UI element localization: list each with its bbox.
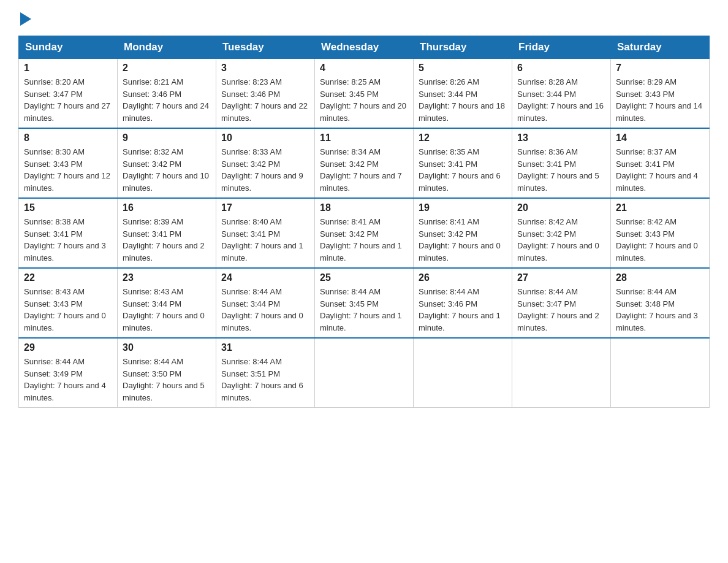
day-number: 28 [616,272,704,283]
col-header-sunday: Sunday [19,36,118,59]
day-cell: 22Sunrise: 8:43 AMSunset: 3:43 PMDayligh… [19,268,118,338]
day-cell: 25Sunrise: 8:44 AMSunset: 3:45 PMDayligh… [315,268,414,338]
day-number: 20 [517,202,605,213]
day-cell: 17Sunrise: 8:40 AMSunset: 3:41 PMDayligh… [216,198,315,268]
day-info: Sunrise: 8:39 AMSunset: 3:41 PMDaylight:… [123,216,211,264]
col-header-tuesday: Tuesday [216,36,315,59]
day-cell: 19Sunrise: 8:41 AMSunset: 3:42 PMDayligh… [414,198,512,268]
day-info: Sunrise: 8:26 AMSunset: 3:44 PMDaylight:… [419,76,507,124]
day-number: 30 [123,342,211,353]
calendar-table: SundayMondayTuesdayWednesdayThursdayFrid… [18,36,710,408]
day-number: 15 [24,202,112,213]
day-cell: 24Sunrise: 8:44 AMSunset: 3:44 PMDayligh… [216,268,315,338]
week-row-3: 15Sunrise: 8:38 AMSunset: 3:41 PMDayligh… [19,198,710,268]
day-number: 12 [419,132,507,144]
day-number: 16 [123,202,211,213]
day-number: 3 [221,63,309,74]
day-cell [611,338,710,408]
day-cell: 16Sunrise: 8:39 AMSunset: 3:41 PMDayligh… [118,198,216,268]
day-info: Sunrise: 8:38 AMSunset: 3:41 PMDaylight:… [24,216,112,264]
day-number: 13 [517,132,605,144]
day-number: 25 [320,272,408,283]
day-info: Sunrise: 8:23 AMSunset: 3:46 PMDaylight:… [221,76,309,124]
calendar-header-row: SundayMondayTuesdayWednesdayThursdayFrid… [19,36,710,59]
day-number: 11 [320,132,408,144]
day-cell: 14Sunrise: 8:37 AMSunset: 3:41 PMDayligh… [611,128,710,198]
day-number: 9 [123,132,211,144]
day-info: Sunrise: 8:30 AMSunset: 3:43 PMDaylight:… [24,146,112,194]
day-number: 31 [221,342,309,353]
day-cell: 18Sunrise: 8:41 AMSunset: 3:42 PMDayligh… [315,198,414,268]
col-header-friday: Friday [512,36,611,59]
day-info: Sunrise: 8:43 AMSunset: 3:44 PMDaylight:… [123,286,211,334]
day-info: Sunrise: 8:41 AMSunset: 3:42 PMDaylight:… [419,216,507,264]
col-header-saturday: Saturday [611,36,710,59]
day-cell [414,338,512,408]
day-info: Sunrise: 8:33 AMSunset: 3:42 PMDaylight:… [221,146,309,194]
day-info: Sunrise: 8:43 AMSunset: 3:43 PMDaylight:… [24,286,112,334]
week-row-4: 22Sunrise: 8:43 AMSunset: 3:43 PMDayligh… [19,268,710,338]
day-info: Sunrise: 8:44 AMSunset: 3:44 PMDaylight:… [221,286,309,334]
day-cell: 27Sunrise: 8:44 AMSunset: 3:47 PMDayligh… [512,268,611,338]
day-number: 17 [221,202,309,213]
day-info: Sunrise: 8:25 AMSunset: 3:45 PMDaylight:… [320,76,408,124]
day-info: Sunrise: 8:34 AMSunset: 3:42 PMDaylight:… [320,146,408,194]
day-number: 18 [320,202,408,213]
day-info: Sunrise: 8:32 AMSunset: 3:42 PMDaylight:… [123,146,211,194]
day-number: 2 [123,63,211,74]
day-number: 14 [616,132,704,144]
col-header-wednesday: Wednesday [315,36,414,59]
day-cell: 7Sunrise: 8:29 AMSunset: 3:43 PMDaylight… [611,59,710,129]
day-cell: 13Sunrise: 8:36 AMSunset: 3:41 PMDayligh… [512,128,611,198]
day-cell [315,338,414,408]
day-number: 1 [24,63,112,74]
day-info: Sunrise: 8:40 AMSunset: 3:41 PMDaylight:… [221,216,309,264]
day-cell: 30Sunrise: 8:44 AMSunset: 3:50 PMDayligh… [118,338,216,408]
day-cell: 1Sunrise: 8:20 AMSunset: 3:47 PMDaylight… [19,59,118,129]
day-cell: 28Sunrise: 8:44 AMSunset: 3:48 PMDayligh… [611,268,710,338]
week-row-1: 1Sunrise: 8:20 AMSunset: 3:47 PMDaylight… [19,59,710,129]
logo-arrow-icon [20,12,31,26]
day-info: Sunrise: 8:20 AMSunset: 3:47 PMDaylight:… [24,76,112,124]
day-number: 22 [24,272,112,283]
day-cell: 3Sunrise: 8:23 AMSunset: 3:46 PMDaylight… [216,59,315,129]
day-info: Sunrise: 8:29 AMSunset: 3:43 PMDaylight:… [616,76,704,124]
day-info: Sunrise: 8:44 AMSunset: 3:51 PMDaylight:… [221,356,309,404]
day-cell: 11Sunrise: 8:34 AMSunset: 3:42 PMDayligh… [315,128,414,198]
day-info: Sunrise: 8:28 AMSunset: 3:44 PMDaylight:… [517,76,605,124]
day-cell: 10Sunrise: 8:33 AMSunset: 3:42 PMDayligh… [216,128,315,198]
day-number: 29 [24,342,112,353]
day-cell: 5Sunrise: 8:26 AMSunset: 3:44 PMDaylight… [414,59,512,129]
day-number: 7 [616,63,704,74]
day-number: 5 [419,63,507,74]
day-number: 27 [517,272,605,283]
day-number: 21 [616,202,704,213]
col-header-monday: Monday [118,36,216,59]
day-info: Sunrise: 8:42 AMSunset: 3:43 PMDaylight:… [616,216,704,264]
day-cell: 8Sunrise: 8:30 AMSunset: 3:43 PMDaylight… [19,128,118,198]
day-info: Sunrise: 8:42 AMSunset: 3:42 PMDaylight:… [517,216,605,264]
day-number: 10 [221,132,309,144]
day-number: 8 [24,132,112,144]
day-info: Sunrise: 8:44 AMSunset: 3:50 PMDaylight:… [123,356,211,404]
week-row-5: 29Sunrise: 8:44 AMSunset: 3:49 PMDayligh… [19,338,710,408]
day-info: Sunrise: 8:44 AMSunset: 3:49 PMDaylight:… [24,356,112,404]
day-info: Sunrise: 8:37 AMSunset: 3:41 PMDaylight:… [616,146,704,194]
day-cell: 4Sunrise: 8:25 AMSunset: 3:45 PMDaylight… [315,59,414,129]
day-number: 23 [123,272,211,283]
day-cell: 6Sunrise: 8:28 AMSunset: 3:44 PMDaylight… [512,59,611,129]
day-info: Sunrise: 8:44 AMSunset: 3:45 PMDaylight:… [320,286,408,334]
day-number: 4 [320,63,408,74]
day-info: Sunrise: 8:21 AMSunset: 3:46 PMDaylight:… [123,76,211,124]
day-cell: 26Sunrise: 8:44 AMSunset: 3:46 PMDayligh… [414,268,512,338]
day-number: 24 [221,272,309,283]
day-number: 26 [419,272,507,283]
day-cell: 31Sunrise: 8:44 AMSunset: 3:51 PMDayligh… [216,338,315,408]
day-cell: 29Sunrise: 8:44 AMSunset: 3:49 PMDayligh… [19,338,118,408]
day-info: Sunrise: 8:44 AMSunset: 3:46 PMDaylight:… [419,286,507,334]
day-info: Sunrise: 8:44 AMSunset: 3:48 PMDaylight:… [616,286,704,334]
day-cell: 21Sunrise: 8:42 AMSunset: 3:43 PMDayligh… [611,198,710,268]
page-header [18,12,710,23]
day-number: 19 [419,202,507,213]
logo [18,12,31,23]
